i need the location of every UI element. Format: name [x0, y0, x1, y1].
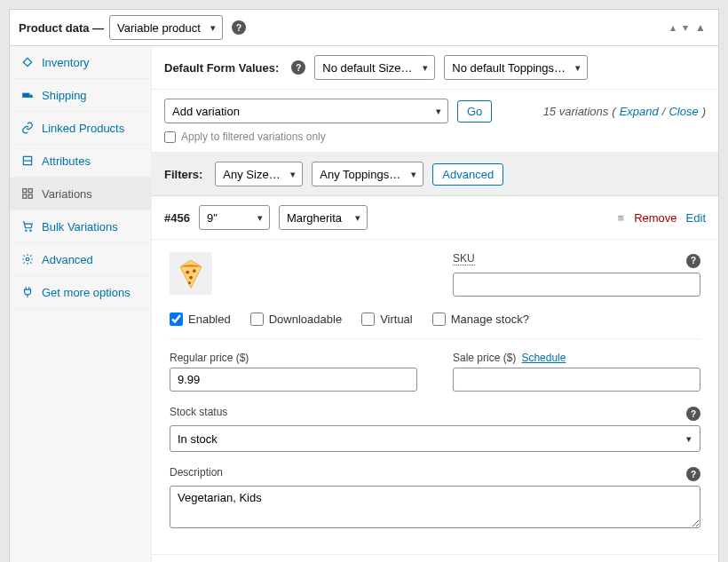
tab-label: Linked Products: [42, 122, 124, 135]
apply-filtered-checkbox[interactable]: [164, 131, 176, 143]
variation-header-457[interactable]: #457 9" Vegetarian ≡ Remove Edit: [152, 555, 718, 562]
manage-stock-checkbox-label[interactable]: Manage stock?: [432, 313, 529, 326]
variations-count: 15 variations: [543, 105, 609, 118]
product-data-panel: Product data — Variable product ? ▴ ▾ ▲ …: [9, 9, 719, 562]
default-form-values-row: Default Form Values: ? No default Size… …: [152, 46, 718, 90]
svg-rect-3: [23, 189, 27, 193]
drag-handle-icon[interactable]: ≡: [618, 211, 626, 225]
virtual-checkbox-label[interactable]: Virtual: [361, 313, 413, 326]
svg-rect-0: [22, 93, 29, 98]
variations-content: Default Form Values: ? No default Size… …: [152, 46, 718, 562]
help-icon[interactable]: ?: [686, 407, 700, 421]
cart-icon: [20, 219, 35, 234]
link-icon: [20, 121, 35, 135]
default-values-label: Default Form Values:: [164, 61, 279, 75]
regular-price-label: Regular price ($): [170, 352, 417, 364]
tab-advanced[interactable]: Advanced: [10, 243, 151, 276]
help-icon[interactable]: ?: [686, 254, 700, 268]
tab-linked-products[interactable]: Linked Products: [10, 112, 151, 145]
remove-link[interactable]: Remove: [634, 211, 677, 225]
sale-price-input[interactable]: [453, 368, 700, 392]
tab-bulk-variations[interactable]: Bulk Variations: [10, 210, 151, 243]
filter-size-select[interactable]: Any Size…: [215, 162, 303, 186]
panel-header: Product data — Variable product ? ▴ ▾ ▲: [10, 10, 718, 46]
sku-label: SKU: [453, 252, 475, 265]
enabled-checkbox[interactable]: [170, 313, 183, 326]
svg-rect-6: [28, 194, 32, 198]
enabled-checkbox-label[interactable]: Enabled: [170, 313, 231, 326]
apply-filtered-label: Apply to filtered variations only: [181, 131, 326, 143]
sku-input[interactable]: [453, 273, 700, 297]
svg-point-10: [186, 271, 189, 274]
filters-advanced-button[interactable]: Advanced: [432, 163, 503, 186]
default-size-select[interactable]: No default Size…: [314, 55, 435, 80]
help-icon[interactable]: ?: [686, 467, 700, 481]
go-button[interactable]: Go: [457, 100, 492, 123]
svg-point-9: [26, 257, 29, 261]
manage-stock-checkbox[interactable]: [432, 313, 446, 326]
attributes-icon: [20, 154, 35, 168]
shipping-icon: [20, 88, 35, 102]
variation-size-select[interactable]: 9": [199, 205, 270, 230]
product-tabs: Inventory Shipping Linked Products Attri…: [10, 46, 152, 562]
toggle-triangle-icon[interactable]: ▲: [692, 20, 709, 36]
svg-point-13: [188, 281, 191, 284]
tab-shipping[interactable]: Shipping: [10, 79, 151, 112]
inventory-icon: [20, 55, 35, 69]
close-link[interactable]: Close: [669, 105, 698, 118]
product-type-select[interactable]: Variable product: [109, 15, 223, 40]
variation-topping-select[interactable]: Margherita: [279, 205, 368, 230]
expand-link[interactable]: Expand: [620, 105, 659, 118]
svg-point-12: [189, 276, 193, 280]
svg-point-11: [193, 269, 196, 273]
default-toppings-select[interactable]: No default Toppings…: [444, 55, 588, 80]
description-label: Description: [170, 466, 223, 479]
svg-rect-4: [28, 189, 32, 193]
svg-point-7: [26, 230, 27, 231]
gear-icon: [20, 252, 35, 266]
variation-header-456[interactable]: #456 9" Margherita ≡ Remove Edit: [152, 196, 718, 240]
tab-label: Get more options: [42, 286, 131, 299]
stock-status-select[interactable]: In stock: [170, 425, 700, 452]
tab-label: Inventory: [42, 56, 89, 69]
regular-price-input[interactable]: [170, 368, 417, 392]
variation-image[interactable]: [170, 252, 212, 295]
caret-up-icon[interactable]: ▴: [667, 20, 679, 36]
help-icon[interactable]: ?: [291, 60, 305, 75]
variation-checkboxes: Enabled Downloadable Virtual Manage stoc…: [170, 300, 700, 339]
caret-down-icon[interactable]: ▾: [679, 20, 692, 36]
tab-inventory[interactable]: Inventory: [10, 46, 151, 79]
tab-label: Advanced: [42, 253, 93, 266]
filter-toppings-select[interactable]: Any Toppings…: [312, 162, 423, 186]
help-icon[interactable]: ?: [232, 20, 246, 35]
description-textarea[interactable]: Vegetarian, Kids: [170, 486, 700, 528]
tab-label: Bulk Variations: [42, 220, 118, 234]
variation-body-456: SKU ? Enabled Downloadable: [152, 240, 718, 555]
edit-link[interactable]: Edit: [686, 211, 706, 225]
panel-title: Product data —: [19, 21, 104, 35]
downloadable-checkbox[interactable]: [250, 313, 264, 326]
svg-rect-5: [23, 194, 27, 198]
plug-icon: [20, 285, 35, 299]
tab-more-options[interactable]: Get more options: [10, 276, 151, 309]
variation-id: #456: [164, 211, 190, 225]
tab-label: Shipping: [42, 89, 87, 102]
tab-attributes[interactable]: Attributes: [10, 145, 151, 178]
stock-status-label: Stock status: [170, 406, 227, 418]
tab-label: Variations: [42, 187, 92, 201]
variations-icon: [20, 186, 35, 201]
tab-variations[interactable]: Variations: [10, 178, 151, 210]
filters-row: Filters: Any Size… Any Toppings… Advance…: [152, 153, 718, 196]
filters-label: Filters:: [164, 168, 202, 181]
virtual-checkbox[interactable]: [361, 313, 375, 326]
add-variation-select[interactable]: Add variation: [164, 99, 448, 123]
tab-label: Attributes: [42, 154, 91, 168]
schedule-link[interactable]: Schedule: [521, 352, 566, 364]
apply-filtered-row: Apply to filtered variations only: [152, 127, 718, 153]
svg-point-8: [30, 230, 31, 231]
downloadable-checkbox-label[interactable]: Downloadable: [250, 313, 342, 326]
add-variation-row: Add variation Go 15 variations ( Expand …: [152, 90, 718, 127]
sale-price-label: Sale price ($): [453, 352, 516, 364]
